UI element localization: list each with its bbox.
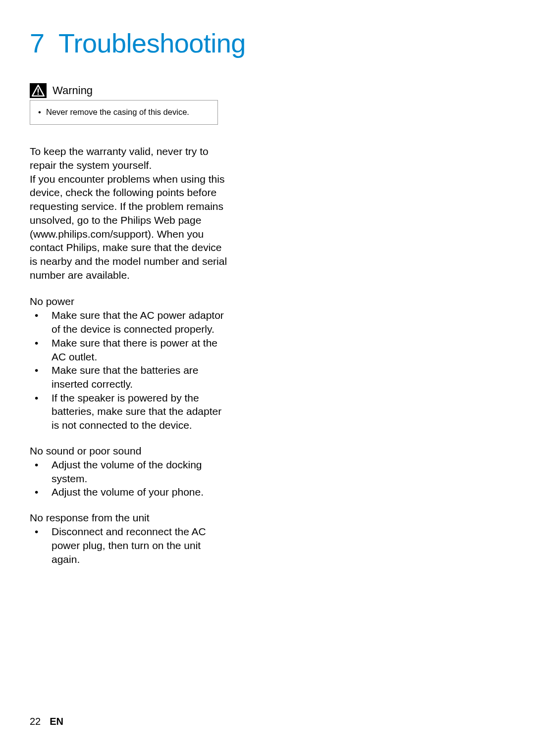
bullet-list: Disconnect and reconnect the AC power pl… bbox=[30, 525, 230, 566]
list-item: If the speaker is powered by the batteri… bbox=[30, 391, 230, 432]
warning-header: Warning bbox=[30, 83, 505, 98]
bullet-list: Adjust the volume of the docking system.… bbox=[30, 458, 230, 499]
warning-icon bbox=[30, 83, 47, 98]
language-code: EN bbox=[50, 716, 63, 727]
bullet-list: Make sure that the AC power adaptor of t… bbox=[30, 308, 230, 432]
section-heading: No response from the unit bbox=[30, 512, 230, 524]
warning-box: Never remove the casing of this device. bbox=[30, 100, 218, 125]
list-item: Make sure that the batteries are inserte… bbox=[30, 363, 230, 391]
section-heading: No sound or poor sound bbox=[30, 445, 230, 457]
page-number: 22 bbox=[30, 716, 41, 727]
warning-item: Never remove the casing of this device. bbox=[37, 106, 211, 117]
list-item: Disconnect and reconnect the AC power pl… bbox=[30, 525, 230, 566]
section-heading: No power bbox=[30, 296, 230, 307]
chapter-title-text: Troubleshooting bbox=[58, 28, 246, 58]
list-item: Adjust the volume of your phone. bbox=[30, 485, 230, 499]
intro-paragraph: To keep the warranty valid, never try to… bbox=[30, 145, 230, 282]
list-item: Make sure that there is power at the AC … bbox=[30, 336, 230, 363]
chapter-title: 7 Troubleshooting bbox=[30, 28, 505, 58]
svg-point-1 bbox=[38, 94, 39, 95]
list-item: Make sure that the AC power adaptor of t… bbox=[30, 308, 230, 336]
chapter-number: 7 bbox=[30, 28, 45, 58]
section-no-power: No power Make sure that the AC power ada… bbox=[30, 296, 230, 432]
section-no-response: No response from the unit Disconnect and… bbox=[30, 512, 230, 566]
page-footer: 22 EN bbox=[30, 716, 63, 727]
section-no-sound: No sound or poor sound Adjust the volume… bbox=[30, 445, 230, 499]
list-item: Adjust the volume of the docking system. bbox=[30, 458, 230, 485]
warning-label: Warning bbox=[53, 84, 93, 97]
